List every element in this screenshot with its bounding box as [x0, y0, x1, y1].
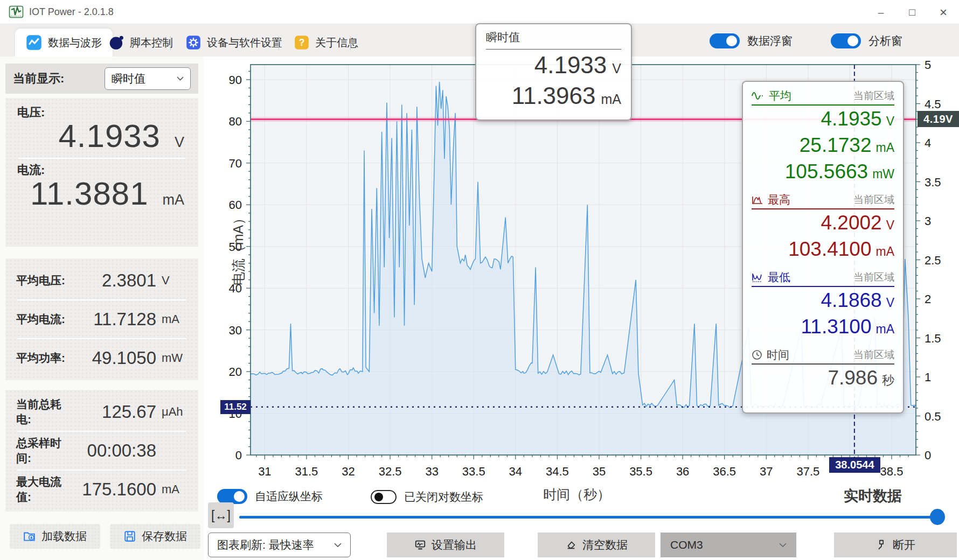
svg-text:0: 0	[235, 449, 242, 462]
voltage-unit: V	[175, 134, 184, 151]
tab-separator	[350, 36, 351, 50]
chart-refresh-select[interactable]: 图表刷新: 最快速率	[208, 533, 351, 557]
svg-text:31: 31	[258, 465, 271, 478]
chevron-down-icon	[779, 543, 787, 548]
svg-text:33: 33	[425, 465, 438, 478]
stat-label: 平均电压:	[16, 273, 75, 288]
autoscale-toggle[interactable]	[217, 489, 247, 504]
stat-label: 总采样时间:	[16, 436, 75, 466]
current-value: 11.3881	[30, 175, 148, 212]
svg-text:33.5: 33.5	[462, 465, 485, 478]
svg-text:2: 2	[925, 292, 931, 306]
disconnect-button[interactable]: 断开	[834, 533, 957, 557]
region-time-value: 7.986	[828, 367, 878, 389]
waveform-tab-icon	[26, 34, 42, 51]
tab-about[interactable]: ? 关于信息	[283, 29, 369, 57]
unit: V	[886, 218, 894, 233]
min-current-value: 11.3100	[801, 316, 872, 338]
tab-label: 数据与波形	[48, 36, 102, 50]
minimum-icon	[752, 272, 763, 282]
min-voltage-value: 4.1868	[821, 289, 881, 312]
time-range-slider-track[interactable]	[239, 516, 940, 519]
svg-text:30: 30	[229, 324, 242, 337]
com-port-select[interactable]: COM3	[661, 533, 796, 557]
divider	[18, 158, 185, 159]
svg-text:60: 60	[229, 198, 242, 212]
toggle-knob	[234, 491, 245, 502]
svg-text:32.5: 32.5	[379, 465, 402, 478]
current-cursor-badge: 11.52	[220, 400, 251, 414]
svg-text:36.5: 36.5	[713, 465, 736, 478]
set-output-icon	[414, 539, 426, 551]
section-name: 平均	[769, 88, 791, 103]
svg-text:1: 1	[925, 370, 931, 384]
stat-value: 125.67	[75, 402, 156, 422]
chevron-down-icon	[177, 76, 184, 81]
svg-text:4: 4	[925, 136, 931, 150]
com-port-value: COM3	[670, 538, 703, 551]
voltage-ref-badge: 4.19V	[918, 111, 959, 127]
sidebar: 当前显示: 瞬时值 电压: 4.1933 V 电流: 11.3881 mA 平均…	[0, 57, 204, 560]
tab-separator	[279, 36, 279, 50]
section-scope: 当前区域	[853, 89, 894, 103]
stat-unit: mA	[156, 482, 187, 496]
save-data-label: 保存数据	[142, 529, 187, 544]
set-output-button[interactable]: 设置输出	[387, 533, 504, 557]
svg-text:36: 36	[676, 465, 689, 478]
clear-data-label: 清空数据	[582, 537, 628, 552]
stat-unit: V	[156, 274, 187, 288]
log-scale-toggle[interactable]	[371, 490, 397, 504]
close-button[interactable]: ×	[928, 0, 959, 24]
divider	[752, 104, 894, 106]
display-mode-select[interactable]: 瞬时值	[105, 67, 191, 90]
x-axis-title: 时间（秒）	[543, 486, 610, 503]
unit: 秒	[882, 372, 894, 389]
fit-range-button[interactable]: [↔]	[208, 502, 234, 528]
max-current-value: 103.4100	[788, 238, 871, 261]
svg-text:?: ?	[299, 37, 305, 48]
svg-text:20: 20	[229, 365, 242, 379]
app-logo-icon	[9, 4, 24, 19]
y-axis-left-title: 电流（mA）	[230, 212, 247, 286]
save-data-button[interactable]: 保存数据	[110, 524, 200, 549]
svg-text:31.5: 31.5	[295, 465, 318, 478]
unit: mA	[876, 141, 895, 155]
avg-power-value: 105.5663	[785, 160, 868, 183]
data-float-toggle[interactable]	[710, 33, 740, 48]
stat-value: 49.1050	[75, 348, 156, 368]
section-scope: 当前区域	[853, 348, 894, 362]
section-scope: 当前区域	[853, 270, 894, 284]
divider	[752, 208, 894, 209]
float-panel-title: 瞬时值	[486, 30, 621, 45]
float-current-unit: mA	[601, 92, 622, 107]
tab-script-control[interactable]: 脚本控制	[98, 29, 184, 57]
load-data-button[interactable]: 加载数据	[10, 524, 100, 549]
svg-text:3.5: 3.5	[925, 176, 941, 189]
float-voltage-unit: V	[612, 61, 621, 76]
section-name: 时间	[767, 347, 789, 362]
minimize-button[interactable]: –	[865, 0, 897, 24]
autoscale-toggle-label: 自适应纵坐标	[255, 489, 323, 504]
svg-text:80: 80	[229, 115, 242, 128]
stat-unit: μAh	[156, 405, 187, 419]
window-title: IOT Power - 2.0.1.8	[29, 6, 114, 18]
stat-unit: mW	[156, 351, 187, 365]
stat-label: 当前总耗电:	[16, 397, 75, 427]
analysis-toggle[interactable]	[831, 33, 861, 48]
save-data-icon	[123, 530, 136, 543]
clear-data-button[interactable]: 清空数据	[538, 533, 655, 557]
time-range-slider-handle[interactable]	[930, 509, 945, 525]
stat-label: 平均功率:	[16, 351, 75, 366]
help-icon: ?	[294, 35, 309, 50]
divider	[752, 363, 894, 365]
analysis-toggle-label: 分析窗	[868, 33, 902, 48]
float-voltage-value: 4.1933	[534, 52, 607, 79]
maximize-button[interactable]: □	[897, 0, 928, 24]
avg-current-value: 25.1732	[800, 134, 872, 157]
svg-text:1.5: 1.5	[925, 332, 941, 345]
svg-text:35.5: 35.5	[629, 465, 652, 478]
realtime-data-label: 实时数据	[844, 486, 902, 506]
tab-device-settings[interactable]: 设备与软件设置	[175, 29, 293, 57]
unit: mW	[872, 167, 894, 181]
float-current-value: 11.3963	[512, 82, 596, 109]
